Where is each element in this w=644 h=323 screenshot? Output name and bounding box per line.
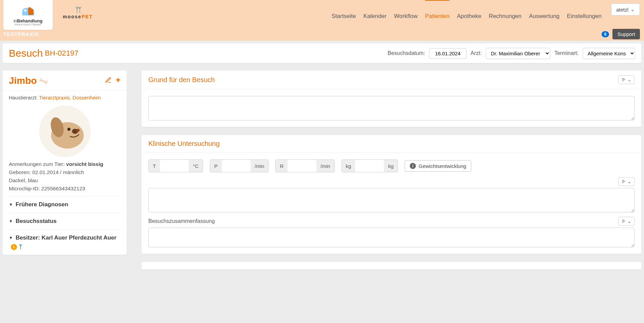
user-menu[interactable]: atetzl ⌄ bbox=[611, 3, 640, 16]
accordion-diagnoses-label: Frühere Diagnosen bbox=[16, 201, 68, 208]
visit-summary-row: Besuchszusammenfassung ⌄ bbox=[148, 217, 634, 226]
visit-reason-textarea[interactable] bbox=[148, 96, 634, 120]
nav-auswertung[interactable]: Auswertung bbox=[529, 11, 559, 22]
visit-date-input[interactable] bbox=[429, 48, 466, 59]
resp-input[interactable] bbox=[288, 160, 316, 172]
pulse-input[interactable] bbox=[222, 160, 251, 172]
nav-rechnungen[interactable]: Rechnungen bbox=[489, 11, 521, 22]
weight-development-label: Gewichtsentwicklung bbox=[419, 163, 466, 169]
antlers-icon: ᛉᛉ bbox=[75, 6, 80, 14]
vitals-row: T °C P /min R /min kg bbox=[148, 159, 634, 172]
owner-badges: i ᛉ bbox=[11, 244, 22, 250]
visit-reason-title: Grund für den Besuch bbox=[148, 76, 215, 84]
chip-value: 225566343432123 bbox=[41, 186, 85, 191]
nav-einstellungen[interactable]: Einstellungen bbox=[567, 11, 602, 22]
notification-badge[interactable]: 6 bbox=[602, 31, 609, 37]
support-button[interactable]: Support bbox=[612, 29, 640, 39]
accordion-visit-status[interactable]: ▼ Besuchsstatus bbox=[9, 213, 121, 229]
temp-label: T bbox=[149, 160, 160, 172]
patient-actions: + bbox=[105, 77, 121, 85]
chevron-down-icon: ⌄ bbox=[630, 6, 635, 13]
appointment-type-label: Terminart: bbox=[554, 50, 578, 56]
caret-down-icon: ▼ bbox=[9, 202, 13, 207]
appointment-type-select[interactable]: Allgemeine Kons bbox=[583, 48, 635, 59]
practice-label: TESTPRAXIS bbox=[3, 31, 39, 37]
visit-reason-header: Grund für den Besuch ⌄ bbox=[142, 71, 641, 89]
weight-label: kg bbox=[342, 160, 355, 172]
app-logo-subtext: PRAXISSOFTWARE bbox=[15, 23, 41, 26]
list-icon bbox=[621, 179, 626, 184]
chip-label: Microchip-ID: bbox=[9, 186, 40, 191]
chevron-down-icon: ⌄ bbox=[627, 218, 631, 224]
home-vet-link[interactable]: Tierarztpraxis, Dossenheim bbox=[39, 95, 101, 100]
caret-down-icon: ▼ bbox=[9, 235, 13, 240]
bone-icon: 🦴 bbox=[38, 75, 49, 86]
accordion-owner[interactable]: ▼ Besitzer: Karl Auer Pferdezucht Auer i… bbox=[9, 229, 121, 255]
weight-development-button[interactable]: i Gewichtsentwicklung bbox=[405, 160, 471, 172]
chevron-down-icon: ⌄ bbox=[627, 77, 631, 82]
temp-input[interactable] bbox=[160, 160, 189, 172]
support-area: 6 Support bbox=[602, 29, 640, 39]
resp-unit: /min bbox=[316, 160, 334, 172]
accordion-diagnoses[interactable]: ▼ Frühere Diagnosen bbox=[9, 196, 121, 213]
accordion-visit-status-label: Besuchsstatus bbox=[16, 218, 57, 225]
app-logo[interactable]: inBehandlung PRAXISSOFTWARE bbox=[3, 0, 53, 30]
patient-info: Anmerkungen zum Tier: vorsicht bissig Ge… bbox=[9, 160, 121, 196]
partner-logo-text: moosePET bbox=[63, 14, 93, 19]
weight-input-group: kg kg bbox=[342, 159, 398, 172]
clinical-exam-title: Klinische Untersuchung bbox=[148, 140, 220, 148]
pulse-input-group: P /min bbox=[210, 159, 269, 172]
content: Jimbo 🦴 + Haustierarzt: Tierarztpraxis, … bbox=[0, 63, 644, 272]
svg-point-6 bbox=[76, 129, 79, 132]
textblock-button[interactable]: ⌄ bbox=[618, 75, 634, 84]
patient-avatar-wrap bbox=[9, 100, 121, 160]
top-banner: inBehandlung PRAXISSOFTWARE ᛉᛉ moosePET … bbox=[0, 0, 644, 41]
info-badge-icon: i bbox=[11, 244, 17, 250]
weight-unit: kg bbox=[384, 160, 398, 172]
svg-point-7 bbox=[67, 128, 70, 131]
page-header: Besuch BH-02197 Besuchsdatum: Arzt: Dr. … bbox=[3, 43, 641, 63]
nav-apotheke[interactable]: Apotheke bbox=[457, 11, 481, 22]
list-icon bbox=[621, 77, 626, 82]
visit-id: BH-02197 bbox=[45, 49, 78, 58]
patient-sidebar: Jimbo 🦴 + Haustierarzt: Tierarztpraxis, … bbox=[3, 71, 127, 255]
partner-logo[interactable]: ᛉᛉ moosePET bbox=[63, 6, 93, 19]
nav-patienten[interactable]: Patienten bbox=[425, 11, 449, 22]
pulse-label: P bbox=[210, 160, 222, 172]
temp-unit: °C bbox=[189, 160, 203, 172]
notes-value: vorsicht bissig bbox=[66, 161, 103, 167]
add-patient-button[interactable]: + bbox=[116, 77, 121, 85]
textblock-button[interactable]: ⌄ bbox=[618, 217, 634, 226]
patient-header: Jimbo 🦴 + bbox=[9, 75, 121, 86]
edit-patient-button[interactable] bbox=[105, 77, 112, 85]
info-icon: i bbox=[410, 163, 416, 169]
doctor-select[interactable]: Dr. Maximilian Oberer bbox=[486, 48, 550, 59]
nav-workflow[interactable]: Workflow bbox=[394, 11, 418, 22]
weight-input[interactable] bbox=[355, 160, 384, 172]
page-title: Besuch bbox=[9, 48, 43, 59]
visit-summary-textarea[interactable] bbox=[148, 228, 634, 247]
nav-kalender[interactable]: Kalender bbox=[364, 11, 387, 22]
patient-avatar[interactable] bbox=[39, 106, 90, 157]
pulse-unit: /min bbox=[251, 160, 268, 172]
list-icon bbox=[621, 219, 626, 224]
nav-startseite[interactable]: Startseite bbox=[332, 11, 356, 22]
clinical-exam-textarea[interactable] bbox=[148, 188, 634, 212]
main-column: Grund für den Besuch ⌄ Klinische Untersu… bbox=[142, 71, 641, 269]
home-vet-label: Haustierarzt: bbox=[9, 95, 38, 100]
accordion-owner-label: Besitzer: Karl Auer Pferdezucht Auer bbox=[16, 234, 116, 241]
app-logo-icon bbox=[20, 4, 36, 18]
main-nav: Startseite Kalender Workflow Patienten A… bbox=[332, 11, 602, 22]
born-label: Geboren: bbox=[9, 169, 31, 175]
caret-down-icon: ▼ bbox=[9, 219, 13, 224]
chevron-down-icon: ⌄ bbox=[627, 179, 631, 184]
visit-date-label: Besuchsdatum: bbox=[388, 50, 425, 56]
born-value: 02.01.2014 / männlich bbox=[32, 169, 84, 175]
clinical-exam-panel: Klinische Untersuchung T °C P /min R bbox=[142, 135, 641, 254]
user-name: atetzl bbox=[616, 7, 628, 13]
next-panel-stub bbox=[142, 262, 641, 269]
patient-card: Jimbo 🦴 + Haustierarzt: Tierarztpraxis, … bbox=[3, 71, 127, 255]
moose-badge-icon: ᛉ bbox=[19, 244, 22, 250]
visit-reason-panel: Grund für den Besuch ⌄ bbox=[142, 71, 641, 127]
textblock-button[interactable]: ⌄ bbox=[618, 177, 634, 186]
